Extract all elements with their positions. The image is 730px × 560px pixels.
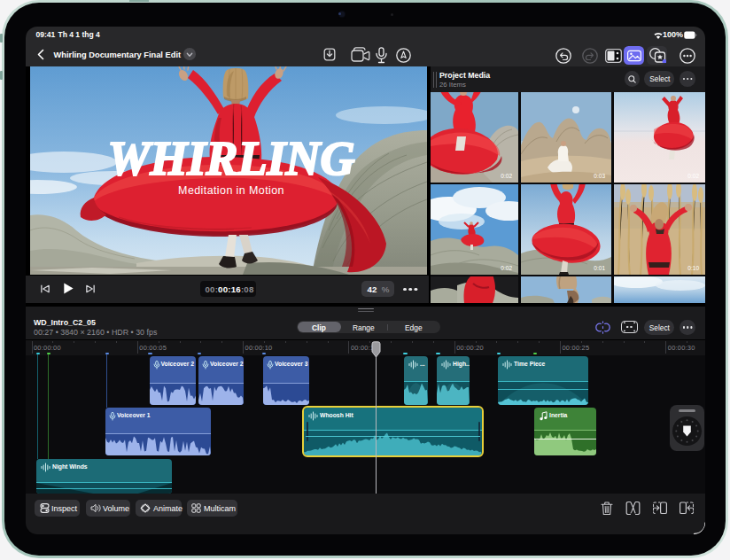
svg-text:0:01: 0:01 bbox=[594, 265, 605, 271]
svg-text:0:03: 0:03 bbox=[594, 173, 605, 179]
svg-text:0:02: 0:02 bbox=[687, 173, 699, 179]
svg-text:Meditation in Motion: Meditation in Motion bbox=[178, 184, 284, 197]
svg-text:0:02: 0:02 bbox=[501, 265, 512, 271]
svg-text:0:10: 0:10 bbox=[687, 265, 699, 271]
svg-text:WHIRLING: WHIRLING bbox=[107, 132, 354, 185]
svg-text:0:02: 0:02 bbox=[501, 173, 512, 179]
